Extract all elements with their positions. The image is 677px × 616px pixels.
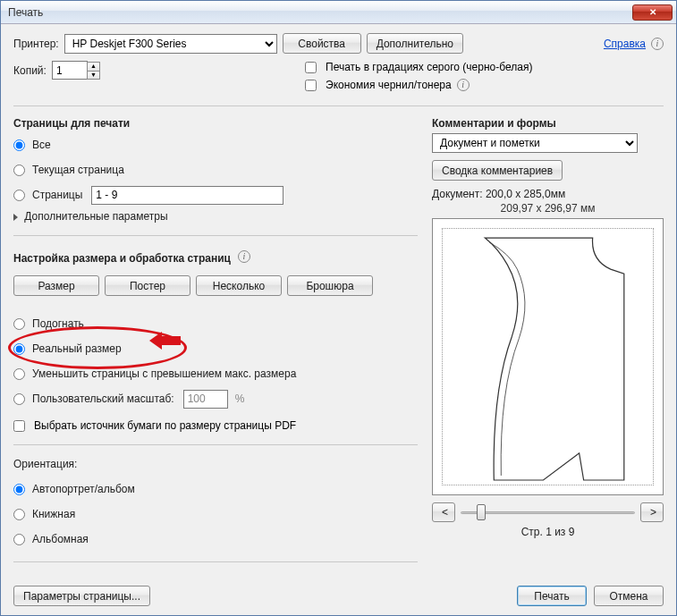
pages-current-row[interactable]: Текущая страница — [13, 160, 418, 180]
custom-scale-input — [183, 390, 228, 409]
shrink-label: Уменьшить страницы с превышением макс. р… — [32, 367, 296, 380]
orient-auto-radio[interactable] — [13, 484, 25, 495]
orient-landscape-radio[interactable] — [13, 534, 25, 545]
pages-section-title: Страницы для печати — [13, 117, 418, 130]
paper-source-label: Выбрать источник бумаги по размеру стран… — [34, 419, 296, 432]
printer-label: Принтер: — [13, 38, 59, 50]
copies-label: Копий: — [13, 64, 47, 77]
percent-label: % — [235, 392, 245, 405]
fit-label: Подогнать — [32, 317, 84, 330]
slider-thumb[interactable] — [477, 504, 486, 520]
orient-portrait-row[interactable]: Книжная — [13, 504, 418, 524]
custom-scale-label: Пользовательский масштаб: — [32, 392, 174, 405]
tab-poster[interactable]: Постер — [105, 275, 190, 296]
orient-auto-row[interactable]: Автопортрет/альбом — [13, 479, 418, 499]
pages-all-label: Все — [32, 139, 51, 151]
pages-range-row[interactable]: Страницы — [13, 185, 418, 205]
custom-scale-row[interactable]: Пользовательский масштаб: % — [13, 389, 418, 409]
preview-page — [442, 228, 654, 485]
paper-source-checkbox[interactable] — [13, 420, 25, 432]
sizing-title: Настройка размера и обработка страниц — [13, 252, 231, 265]
inksave-checkbox[interactable] — [305, 80, 317, 91]
grayscale-checkbox[interactable] — [305, 62, 317, 73]
properties-button[interactable]: Свойства — [283, 33, 361, 54]
pages-current-label: Текущая страница — [32, 164, 124, 176]
shrink-row[interactable]: Уменьшить страницы с превышением макс. р… — [13, 364, 418, 384]
preview-pane — [432, 218, 664, 495]
actual-size-label: Реальный размер — [32, 342, 122, 355]
orientation-title: Ориентация: — [13, 458, 418, 470]
orient-portrait-radio[interactable] — [13, 509, 25, 520]
comments-select[interactable]: Документ и пометки — [432, 133, 638, 153]
tab-size[interactable]: Размер — [13, 275, 99, 296]
pages-all-radio[interactable] — [13, 139, 25, 151]
more-options-label: Дополнительные параметры — [24, 210, 167, 223]
copies-input[interactable] — [52, 61, 88, 80]
pages-current-radio[interactable] — [13, 165, 25, 176]
help-icon[interactable]: i — [651, 38, 664, 50]
preview-prev-button[interactable]: < — [432, 502, 455, 522]
actual-size-radio[interactable] — [13, 343, 25, 355]
print-dialog: Печать ✕ Принтер: HP Deskjet F300 Series… — [0, 0, 677, 616]
pages-range-label: Страницы — [32, 189, 82, 201]
page-setup-button[interactable]: Параметры страницы... — [13, 586, 150, 606]
pages-range-input[interactable] — [91, 186, 283, 205]
cancel-button[interactable]: Отмена — [594, 586, 664, 606]
inksave-checkbox-row[interactable]: Экономия чернил/тонера i — [305, 79, 532, 91]
actual-size-row[interactable]: Реальный размер — [13, 339, 418, 359]
orient-landscape-row[interactable]: Альбомная — [13, 529, 418, 549]
more-options-toggle[interactable]: Дополнительные параметры — [13, 210, 418, 223]
pages-all-row[interactable]: Все — [13, 135, 418, 155]
titlebar[interactable]: Печать ✕ — [1, 1, 676, 24]
tab-multiple[interactable]: Несколько — [196, 275, 282, 296]
printer-select[interactable]: HP Deskjet F300 Series — [64, 34, 277, 54]
preview-slider[interactable] — [461, 502, 635, 522]
sizing-info-icon[interactable]: i — [238, 250, 250, 263]
spinner-up-icon[interactable]: ▲ — [87, 62, 100, 71]
document-dimensions: Документ: 200,0 x 285,0мм — [432, 188, 664, 200]
fit-row[interactable]: Подогнать — [13, 314, 418, 333]
orient-landscape-label: Альбомная — [32, 533, 89, 545]
slider-track — [461, 511, 635, 514]
custom-scale-radio[interactable] — [13, 393, 25, 405]
grayscale-label: Печать в градациях серого (черно-белая) — [326, 61, 532, 73]
shrink-radio[interactable] — [13, 368, 25, 380]
paper-dimensions: 209,97 x 296,97 мм — [432, 202, 664, 215]
comments-summary-button[interactable]: Сводка комментариев — [432, 160, 563, 181]
paper-source-row[interactable]: Выбрать источник бумаги по размеру стран… — [13, 419, 418, 432]
help-link[interactable]: Справка — [604, 38, 646, 50]
copies-spinner[interactable]: ▲ ▼ — [87, 62, 100, 80]
close-button[interactable]: ✕ — [632, 4, 673, 21]
preview-next-button[interactable]: > — [640, 502, 664, 522]
print-button[interactable]: Печать — [517, 586, 587, 606]
orient-auto-label: Автопортрет/альбом — [32, 483, 135, 495]
page-indicator: Стр. 1 из 9 — [432, 526, 664, 538]
expand-arrow-icon — [13, 214, 18, 221]
window-title: Печать — [8, 6, 632, 19]
preview-pattern-icon — [443, 229, 653, 485]
fit-radio[interactable] — [13, 318, 25, 330]
inksave-label: Экономия чернил/тонера — [326, 79, 452, 91]
pages-range-radio[interactable] — [13, 190, 25, 201]
advanced-button[interactable]: Дополнительно — [367, 33, 463, 54]
orient-portrait-label: Книжная — [32, 508, 75, 520]
grayscale-checkbox-row[interactable]: Печать в градациях серого (черно-белая) — [305, 61, 532, 73]
spinner-down-icon[interactable]: ▼ — [87, 71, 100, 80]
inksave-info-icon[interactable]: i — [457, 79, 470, 91]
tab-booklet[interactable]: Брошюра — [287, 275, 373, 296]
comments-title: Комментарии и формы — [432, 117, 664, 130]
